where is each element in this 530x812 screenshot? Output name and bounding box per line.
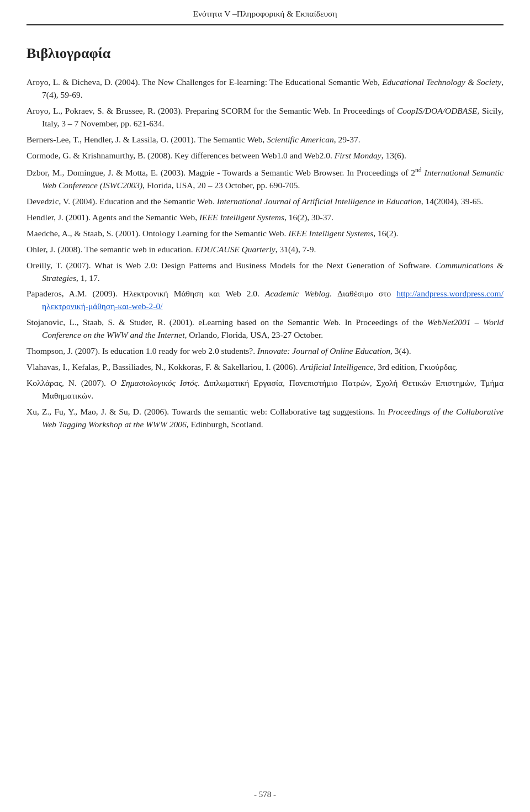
list-item: Cormode, G. & Krishnamurthy, B. (2008). …	[26, 150, 504, 162]
list-item: Dzbor, M., Domingue, J. & Motta, E. (200…	[26, 166, 504, 192]
page-footer: - 578 -	[0, 789, 530, 801]
section-title: Βιβλιογραφία	[26, 43, 504, 64]
page: Ενότητα V –Πληροφορική & Εκπαίδευση Βιβλ…	[0, 0, 530, 812]
list-item: Thompson, J. (2007). Is education 1.0 re…	[26, 345, 504, 358]
list-item: Papaderos, A.M. (2009). Ηλεκτρονική Μάθη…	[26, 288, 504, 313]
list-item: Ohler, J. (2008). The semantic web in ed…	[26, 243, 504, 256]
list-item: Stojanovic, L., Staab, S. & Studer, R. (…	[26, 316, 504, 342]
list-item: Hendler, J. (2001). Agents and the Seman…	[26, 211, 504, 224]
bibliography-block: Aroyo, L. & Dicheva, D. (2004). The New …	[26, 76, 504, 431]
header-title: Ενότητα V –Πληροφορική & Εκπαίδευση	[193, 9, 337, 18]
list-item: Berners-Lee, T., Hendler, J. & Lassila, …	[26, 134, 504, 146]
list-item: Oreilly, T. (2007). What is Web 2.0: Des…	[26, 259, 504, 285]
list-item: Xu, Z., Fu, Y., Mao, J. & Su, D. (2006).…	[26, 406, 504, 431]
list-item: Devedzic, V. (2004). Education and the S…	[26, 195, 504, 208]
list-item: Aroyo, L. & Dicheva, D. (2004). The New …	[26, 76, 504, 102]
page-number: - 578 -	[254, 790, 276, 799]
page-header: Ενότητα V –Πληροφορική & Εκπαίδευση	[26, 0, 504, 25]
list-item: Κολλάρας, Ν. (2007). Ο Σημασιολογικός Ισ…	[26, 377, 504, 402]
list-item: Maedche, A., & Staab, S. (2001). Ontolog…	[26, 227, 504, 240]
list-item: Vlahavas, I., Kefalas, P., Bassiliades, …	[26, 361, 504, 374]
list-item: Aroyo, L., Pokraev, S. & Brussee, R. (20…	[26, 105, 504, 130]
